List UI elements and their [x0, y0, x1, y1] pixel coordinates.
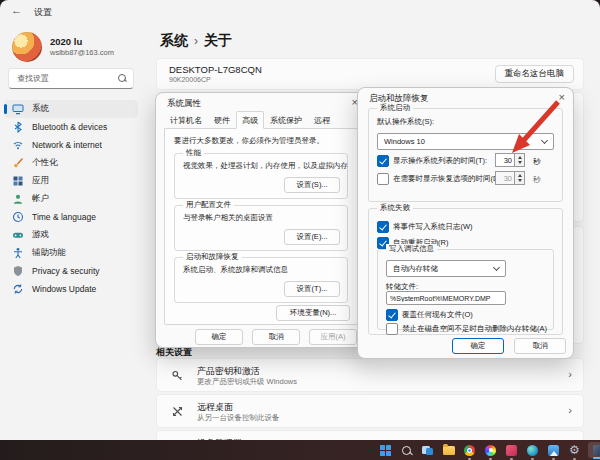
default-os-value: Windows 10 — [384, 137, 425, 146]
sidebar-item-accessibility[interactable]: 辅助功能 — [4, 244, 138, 262]
folder-icon — [443, 446, 455, 455]
running-indicator — [531, 458, 534, 460]
bluetooth-icon — [12, 121, 24, 133]
related-item-device-manager[interactable]: 设备管理器 打印机和其他设备设置，属性等 ↗ — [156, 430, 584, 440]
desktop: ← 设置 2020 lu wslbb87@163.com 系统 — [0, 0, 600, 460]
running-indicator — [552, 458, 555, 460]
dialog-title: 系统属性 — [167, 98, 201, 110]
sidebar-item-label: Network & internet — [32, 140, 102, 150]
settings-taskbar-button[interactable]: ⚙ — [567, 443, 582, 458]
remote-desktop-icon — [171, 404, 184, 417]
sidebar-item-bluetooth-devices[interactable]: Bluetooth & devices — [4, 118, 138, 136]
sidebar-item-network-internet[interactable]: Network & internet — [4, 136, 138, 154]
ok-button[interactable]: 确定 — [195, 329, 243, 345]
tab-computer-name[interactable]: 计算机名 — [164, 112, 208, 129]
recovery-timeout-row: 在需要时显示恢复选项的时间(D): — [377, 173, 503, 185]
device-id: 90K20006CP — [169, 76, 211, 83]
windows-update-icon — [12, 283, 24, 295]
tab-advanced[interactable]: 高级 — [236, 111, 264, 129]
start-button[interactable] — [378, 443, 393, 458]
no-auto-delete-row: 禁止在磁盘空间不足时自动删除内存转储(A) — [386, 323, 547, 335]
titlebar: ← 设置 — [0, 0, 600, 24]
no-auto-delete-checkbox[interactable] — [386, 323, 398, 335]
sidebar-item-time-language[interactable]: Time & language — [4, 208, 138, 226]
breadcrumb-system[interactable]: 系统 — [160, 32, 188, 48]
user-profile[interactable]: 2020 lu wslbb87@163.com — [12, 32, 114, 62]
write-event-checkbox[interactable] — [377, 221, 389, 233]
dump-type-dropdown[interactable]: 自动内存转储 — [386, 260, 506, 277]
taskbar-search-button[interactable] — [399, 443, 414, 458]
ok-button[interactable]: 确定 — [452, 338, 504, 354]
search-icon — [118, 74, 126, 82]
spinner-up-icon — [518, 174, 522, 177]
related-item-product-key[interactable]: 产品密钥和激活 更改产品密钥或升级 Windows › — [156, 358, 584, 392]
user-profiles-settings-button[interactable]: 设置(E)... — [284, 229, 340, 245]
group-label: 用户配置文件 — [183, 200, 234, 210]
active-window-button[interactable] — [588, 442, 600, 458]
dump-type-value: 自动内存转储 — [393, 264, 438, 274]
chevron-right-icon: › — [568, 403, 572, 417]
cancel-button[interactable]: 取消 — [252, 329, 300, 345]
task-view-button[interactable] — [420, 443, 435, 458]
device-card: DESKTOP-L7G8CQN 90K20006CP 重命名这台电脑 — [156, 58, 584, 90]
tab-strip: 计算机名 硬件 高级 系统保护 远程 — [164, 114, 336, 129]
photos-button[interactable] — [546, 443, 561, 458]
media-app-button[interactable] — [504, 443, 519, 458]
performance-group: 性能 视觉效果，处理器计划，内存使用，以及虚拟内存 设置(S)... — [174, 153, 348, 199]
related-item-subtitle: 从另一台设备控制此设备 — [197, 413, 280, 423]
sidebar-item-apps[interactable]: 应用 — [4, 172, 138, 190]
checkbox-label: 将事件写入系统日志(W) — [393, 222, 473, 232]
spinner-value: 30 — [495, 171, 515, 185]
file-explorer-button[interactable] — [441, 443, 456, 458]
related-item-remote-desktop[interactable]: 远程桌面 从另一台设备控制此设备 › — [156, 394, 584, 428]
tab-remote[interactable]: 远程 — [308, 112, 336, 129]
chevron-down-icon — [493, 264, 500, 271]
os-list-timeout-row: 显示操作系统列表的时间(T): — [377, 155, 487, 167]
related-item-subtitle: 更改产品密钥或升级 Windows — [197, 377, 297, 387]
advanced-tab-panel: 要进行大多数更改，你必须作为管理员登录。 性能 视觉效果，处理器计划，内存使用，… — [164, 128, 358, 325]
sidebar-item-gaming[interactable]: 游戏 — [4, 226, 138, 244]
os-list-timeout-checkbox[interactable] — [377, 155, 389, 167]
color-wheel-app-button[interactable] — [483, 443, 498, 458]
sidebar-item-label: Time & language — [32, 212, 96, 222]
accessibility-icon — [12, 247, 24, 259]
tab-system-protection[interactable]: 系统保护 — [264, 112, 308, 129]
startup-recovery-settings-button[interactable]: 设置(T)... — [284, 281, 340, 297]
group-description: 视觉效果，处理器计划，内存使用，以及虚拟内存 — [183, 161, 348, 171]
tab-hardware[interactable]: 硬件 — [208, 112, 236, 129]
sidebar-item-personalization[interactable]: 个性化 — [4, 154, 138, 172]
user-profiles-group: 用户配置文件 与登录帐户相关的桌面设置 设置(E)... — [174, 205, 348, 251]
dump-file-input[interactable] — [386, 291, 506, 305]
overwrite-row: 覆盖任何现有文件(O) — [386, 309, 473, 321]
spinner-down-icon[interactable] — [518, 161, 522, 164]
environment-variables-button[interactable]: 环境变量(N)... — [276, 305, 350, 321]
network-icon — [12, 139, 24, 151]
search-box[interactable] — [8, 68, 134, 89]
running-indicator — [489, 458, 492, 460]
overwrite-checkbox[interactable] — [386, 309, 398, 321]
sidebar-item-label: Bluetooth & devices — [32, 122, 107, 132]
sidebar-item-windows-update[interactable]: Windows Update — [4, 280, 138, 298]
sidebar-item-system[interactable]: 系统 — [4, 100, 138, 118]
back-button[interactable]: ← — [11, 4, 22, 16]
taskbar: ⚙ — [0, 440, 600, 460]
performance-settings-button[interactable]: 设置(S)... — [284, 177, 340, 193]
sidebar-item-label: Windows Update — [32, 284, 96, 294]
search-input[interactable] — [15, 70, 115, 87]
group-description: 系统启动、系统故障和调试信息 — [183, 265, 288, 275]
sidebar-item-label: 辅助功能 — [32, 247, 66, 259]
checkbox-label: 覆盖任何现有文件(O) — [402, 310, 473, 320]
recovery-timeout-checkbox[interactable] — [377, 173, 389, 185]
system-icon — [12, 103, 24, 115]
chrome-button[interactable] — [462, 443, 477, 458]
active-app-icon — [593, 445, 600, 456]
taskbar-icons: ⚙ — [378, 440, 600, 460]
browser-globe-button[interactable] — [525, 443, 540, 458]
annotation-arrow — [500, 96, 564, 158]
sidebar-item-privacy-security[interactable]: Privacy & security — [4, 262, 138, 280]
user-name: 2020 lu — [50, 36, 114, 48]
sidebar-item-accounts[interactable]: 帐户 — [4, 190, 138, 208]
rename-pc-button[interactable]: 重命名这台电脑 — [495, 65, 575, 83]
globe-icon — [527, 445, 538, 456]
cancel-button[interactable]: 取消 — [514, 338, 566, 354]
